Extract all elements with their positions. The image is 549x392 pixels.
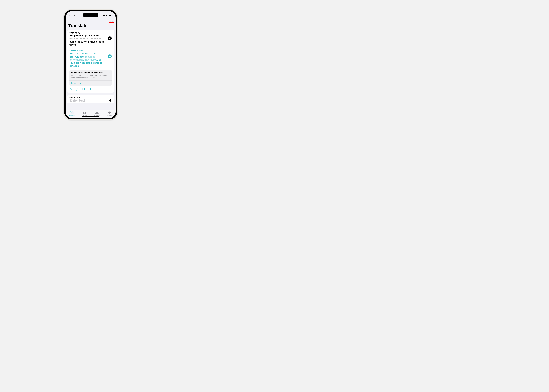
target-text[interactable]: Personas de todas las profesiones, médic… <box>70 52 107 68</box>
highlighted-word[interactable]: nurses <box>80 37 88 40</box>
svg-point-8 <box>84 112 85 113</box>
nav-bar <box>66 18 116 23</box>
location-icon <box>74 14 76 16</box>
action-row <box>70 88 112 91</box>
svg-point-9 <box>96 112 97 113</box>
dynamic-island <box>83 13 98 17</box>
tab-favorites[interactable]: Favorites <box>105 111 114 116</box>
play-icon <box>109 37 111 39</box>
phone-bezel: 9:41 Translate English (US) <box>64 10 117 119</box>
tab-translation[interactable]: A 文 Translation <box>67 111 77 116</box>
highlighted-word[interactable]: doctors <box>70 37 79 40</box>
learn-more-link[interactable]: Learn more <box>71 82 110 84</box>
status-time: 9:41 <box>69 14 73 17</box>
svg-point-10 <box>97 112 98 113</box>
copy-icon[interactable] <box>88 88 91 91</box>
svg-rect-1 <box>109 15 112 16</box>
info-body: Select highlighted words to see all avai… <box>71 74 110 79</box>
page-title: Translate <box>66 23 116 30</box>
highlighted-word[interactable]: enfermeras <box>70 58 83 61</box>
close-info-button[interactable]: ✕ <box>108 71 111 73</box>
chevron-updown-icon <box>81 97 82 98</box>
cellular-signal-icon <box>103 15 105 16</box>
highlighted-word[interactable]: ingenieros <box>84 58 97 61</box>
more-button[interactable] <box>110 19 113 22</box>
source-language-label[interactable]: English (US) <box>70 32 112 34</box>
svg-rect-2 <box>112 15 112 16</box>
microphone-icon[interactable] <box>109 99 112 102</box>
phone-frame: 9:41 Translate English (US) <box>64 9 118 120</box>
highlighted-word[interactable]: engineers <box>90 37 102 40</box>
content-area: English (US) People of all professions, … <box>66 30 116 110</box>
screen: 9:41 Translate English (US) <box>66 11 116 118</box>
input-language-selector[interactable]: English (US) <box>70 96 112 98</box>
play-icon <box>109 56 111 57</box>
svg-rect-3 <box>83 88 84 91</box>
input-card[interactable]: English (US) Enter text <box>67 95 114 103</box>
translation-icon: A 文 <box>70 111 74 114</box>
star-filled-icon <box>108 111 111 114</box>
camera-icon <box>83 111 86 114</box>
star-icon[interactable] <box>76 88 79 91</box>
tab-camera[interactable]: Camera <box>79 111 89 116</box>
side-button <box>118 40 118 50</box>
gender-info-box: ✕ Grammatical Gender Translations Select… <box>70 70 112 86</box>
tab-conversation[interactable]: Conversation <box>92 111 102 116</box>
play-source-button[interactable] <box>108 36 112 40</box>
home-indicator[interactable] <box>82 116 99 117</box>
svg-rect-5 <box>110 99 111 101</box>
translation-card: English (US) People of all professions, … <box>67 30 114 93</box>
text-input[interactable]: Enter text <box>70 98 85 102</box>
highlighted-word[interactable]: médicos <box>85 55 95 58</box>
target-language-label[interactable]: Spanish (Spain) <box>70 50 112 52</box>
battery-icon <box>109 14 112 16</box>
source-text[interactable]: People of all professions, doctors, nurs… <box>70 34 107 47</box>
info-title: Grammatical Gender Translations <box>71 71 110 74</box>
dictionary-icon[interactable] <box>82 88 85 91</box>
people-icon <box>95 112 99 114</box>
wifi-icon <box>106 14 108 16</box>
play-target-button[interactable] <box>108 55 112 58</box>
expand-icon[interactable] <box>70 88 73 91</box>
